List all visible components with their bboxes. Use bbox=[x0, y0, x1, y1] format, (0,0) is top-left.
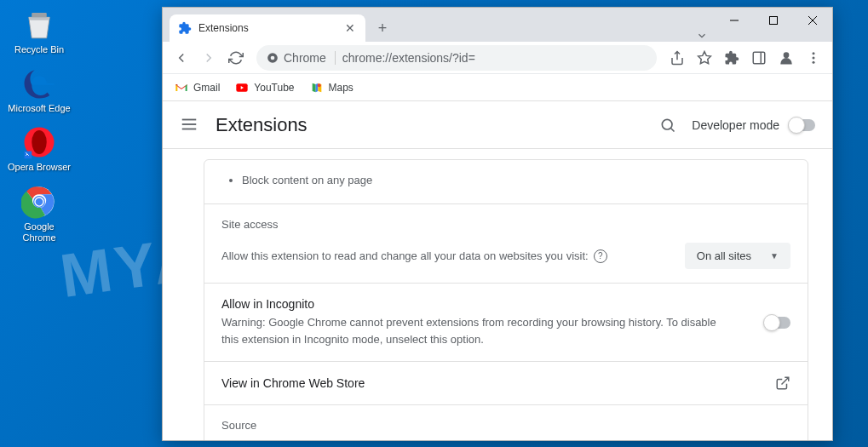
puzzle-icon bbox=[178, 21, 192, 35]
minimize-button[interactable] bbox=[715, 8, 754, 33]
incognito-section: Allow in Incognito Warning: Google Chrom… bbox=[204, 284, 808, 362]
svg-rect-15 bbox=[753, 52, 765, 64]
incognito-warning: Warning: Google Chrome cannot prevent ex… bbox=[221, 314, 733, 347]
bookmark-youtube[interactable]: YouTube bbox=[235, 81, 294, 95]
titlebar: Extensions ✕ + bbox=[163, 8, 832, 42]
svg-point-23 bbox=[317, 83, 320, 87]
search-button[interactable] bbox=[659, 117, 676, 134]
svg-point-7 bbox=[36, 198, 43, 205]
svg-point-20 bbox=[813, 60, 815, 63]
site-access-description: Allow this extension to read and change … bbox=[221, 249, 675, 263]
desktop-icon-edge[interactable]: Microsoft Edge bbox=[7, 66, 72, 114]
chrome-icon bbox=[21, 184, 57, 220]
svg-rect-0 bbox=[32, 13, 47, 17]
desktop-icon-label: Microsoft Edge bbox=[7, 103, 72, 114]
chrome-logo-icon bbox=[267, 52, 279, 64]
chevron-down-icon: ▼ bbox=[770, 251, 779, 261]
extension-detail-card: Block content on any page Site access Al… bbox=[204, 159, 808, 440]
extensions-content[interactable]: Block content on any page Site access Al… bbox=[163, 149, 832, 440]
bookmark-gmail[interactable]: Gmail bbox=[175, 81, 220, 95]
svg-marker-14 bbox=[698, 51, 711, 63]
tab-extensions[interactable]: Extensions ✕ bbox=[170, 14, 365, 42]
hamburger-menu-button[interactable] bbox=[180, 115, 200, 135]
desktop-icons-area: Recycle Bin Microsoft Edge Opera Browser… bbox=[7, 7, 72, 254]
gmail-icon bbox=[175, 81, 188, 95]
open-external-icon bbox=[775, 375, 790, 391]
url-chip: Chrome bbox=[267, 51, 336, 65]
svg-point-19 bbox=[813, 56, 815, 59]
help-icon[interactable]: ? bbox=[594, 249, 607, 263]
site-access-section: Site access Allow this extension to read… bbox=[204, 204, 808, 284]
bookmark-label: Gmail bbox=[193, 82, 220, 94]
bookmark-label: Maps bbox=[329, 82, 354, 94]
developer-mode-label: Developer mode bbox=[692, 118, 779, 132]
svg-point-13 bbox=[271, 55, 275, 60]
desktop-icon-label: Recycle Bin bbox=[7, 44, 72, 55]
svg-line-28 bbox=[671, 128, 675, 131]
desktop-icon-chrome[interactable]: Google Chrome bbox=[7, 184, 72, 244]
address-bar[interactable]: Chrome chrome://extensions/?id= bbox=[256, 45, 657, 71]
extensions-puzzle-button[interactable] bbox=[720, 46, 744, 70]
tab-close-button[interactable]: ✕ bbox=[343, 21, 357, 35]
bookmark-label: YouTube bbox=[254, 82, 294, 94]
opera-icon bbox=[21, 124, 57, 160]
tab-title: Extensions bbox=[198, 22, 343, 34]
desktop-icon-opera[interactable]: Opera Browser bbox=[7, 124, 72, 173]
dropdown-value: On all sites bbox=[697, 249, 751, 262]
profile-button[interactable] bbox=[774, 46, 798, 70]
maximize-button[interactable] bbox=[754, 8, 793, 33]
url-chip-label: Chrome bbox=[284, 51, 326, 65]
close-window-button[interactable] bbox=[793, 8, 832, 33]
recycle-bin-icon bbox=[21, 7, 57, 43]
site-access-dropdown[interactable]: On all sites ▼ bbox=[685, 243, 790, 269]
bookmark-maps[interactable]: Maps bbox=[310, 81, 354, 95]
reload-button[interactable] bbox=[224, 46, 248, 70]
side-panel-button[interactable] bbox=[747, 46, 771, 70]
incognito-toggle[interactable] bbox=[765, 317, 790, 329]
menu-button[interactable] bbox=[802, 46, 825, 70]
desktop-icon-label: Opera Browser bbox=[7, 162, 72, 173]
svg-point-2 bbox=[32, 130, 47, 154]
source-heading: Source bbox=[221, 419, 790, 432]
tab-strip: Extensions ✕ + bbox=[163, 8, 689, 42]
svg-rect-9 bbox=[770, 17, 778, 25]
share-button[interactable] bbox=[665, 46, 689, 70]
window-controls bbox=[715, 8, 832, 42]
webstore-link[interactable]: View in Chrome Web Store bbox=[204, 362, 808, 405]
edge-icon bbox=[21, 66, 57, 101]
maps-icon bbox=[310, 81, 324, 95]
webstore-link-label: View in Chrome Web Store bbox=[221, 376, 365, 390]
new-tab-button[interactable]: + bbox=[371, 16, 394, 40]
extensions-page: Extensions Developer mode Block content … bbox=[163, 101, 832, 440]
chrome-window: Extensions ✕ + Chrome chrome://extension… bbox=[162, 7, 833, 441]
site-access-heading: Site access bbox=[221, 218, 790, 231]
permissions-section: Block content on any page bbox=[204, 160, 808, 204]
developer-mode-toggle[interactable] bbox=[790, 119, 815, 131]
back-button[interactable] bbox=[170, 46, 193, 70]
bookmark-star-button[interactable] bbox=[693, 46, 716, 70]
page-title: Extensions bbox=[216, 114, 659, 136]
forward-button[interactable] bbox=[197, 46, 221, 70]
desktop-icon-recycle-bin[interactable]: Recycle Bin bbox=[7, 7, 72, 55]
bookmarks-bar: Gmail YouTube Maps bbox=[163, 74, 832, 101]
desktop-icon-label: Google Chrome bbox=[7, 221, 72, 244]
extensions-header: Extensions Developer mode bbox=[163, 101, 832, 149]
url-text: chrome://extensions/?id= bbox=[342, 51, 475, 65]
source-section: Source bbox=[204, 405, 808, 440]
svg-point-17 bbox=[784, 52, 790, 58]
youtube-icon bbox=[235, 81, 249, 95]
incognito-title: Allow in Incognito bbox=[221, 297, 733, 311]
toolbar: Chrome chrome://extensions/?id= bbox=[163, 42, 832, 74]
svg-point-27 bbox=[663, 119, 673, 129]
tab-search-button[interactable] bbox=[689, 25, 715, 42]
svg-point-18 bbox=[813, 52, 815, 54]
permission-item: Block content on any page bbox=[242, 174, 790, 186]
